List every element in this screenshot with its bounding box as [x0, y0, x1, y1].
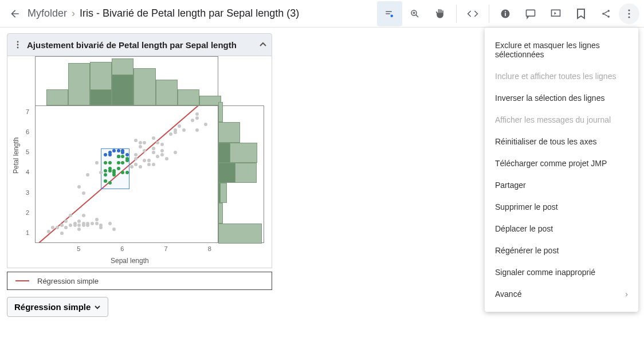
data-point[interactable]	[165, 157, 168, 160]
data-point[interactable]	[139, 145, 142, 148]
code-view[interactable]	[460, 1, 485, 26]
data-point[interactable]	[60, 232, 64, 235]
data-point[interactable]	[112, 228, 116, 231]
data-point[interactable]	[95, 222, 99, 225]
data-point[interactable]	[99, 171, 103, 174]
data-point[interactable]	[169, 132, 172, 136]
data-point[interactable]	[191, 119, 194, 122]
data-point[interactable]	[134, 157, 138, 160]
data-point[interactable]	[117, 149, 120, 152]
data-point[interactable]	[125, 157, 129, 160]
data-point[interactable]	[195, 116, 199, 120]
data-point[interactable]	[77, 224, 81, 227]
data-point[interactable]	[134, 139, 138, 142]
data-point[interactable]	[152, 151, 155, 154]
present-button[interactable]	[543, 1, 568, 26]
data-point[interactable]	[86, 222, 89, 225]
info-button[interactable]	[493, 1, 518, 26]
regression-dropdown[interactable]: Régression simple	[7, 297, 108, 317]
data-point[interactable]	[112, 169, 116, 173]
data-point[interactable]	[204, 123, 207, 126]
data-point[interactable]	[160, 153, 164, 156]
menu-item[interactable]: Exclure et masquer les lignes sélectionn…	[485, 34, 638, 65]
breadcrumb-folder[interactable]: Myfolder	[28, 7, 67, 19]
data-point[interactable]	[51, 226, 54, 229]
data-point[interactable]	[108, 161, 112, 164]
data-point[interactable]	[95, 218, 99, 221]
share-button[interactable]	[594, 1, 619, 26]
data-point[interactable]	[125, 153, 129, 156]
menu-item[interactable]: Partager	[485, 174, 638, 196]
menu-item[interactable]: Régénérer le post	[485, 240, 638, 261]
data-point[interactable]	[77, 185, 81, 189]
data-point[interactable]	[182, 128, 186, 132]
menu-item[interactable]: Inverser la sélection des lignes	[485, 87, 638, 109]
data-point[interactable]	[104, 169, 107, 173]
data-point[interactable]	[121, 155, 124, 158]
data-point[interactable]	[69, 214, 72, 217]
menu-item[interactable]: Avancé›	[485, 283, 638, 305]
menu-item[interactable]: Signaler comme inapproprié	[485, 261, 638, 283]
data-point[interactable]	[91, 222, 94, 225]
menu-item[interactable]: Réinitialiser de tous les axes	[485, 131, 638, 152]
data-point[interactable]	[82, 224, 85, 227]
data-point[interactable]	[95, 161, 99, 164]
scatter-plot[interactable]	[35, 105, 218, 243]
data-point[interactable]	[195, 112, 199, 116]
data-point[interactable]	[104, 173, 107, 177]
data-point[interactable]	[47, 230, 50, 233]
pan-tool[interactable]	[427, 1, 453, 26]
data-point[interactable]	[143, 141, 146, 144]
back-button[interactable]	[5, 3, 25, 24]
data-point[interactable]	[121, 161, 124, 164]
data-point[interactable]	[143, 149, 146, 152]
data-point[interactable]	[104, 153, 107, 156]
data-point[interactable]	[147, 163, 151, 166]
data-point[interactable]	[178, 124, 181, 128]
data-point[interactable]	[108, 153, 112, 156]
data-point[interactable]	[125, 171, 129, 174]
data-point[interactable]	[112, 149, 116, 152]
data-point[interactable]	[82, 191, 85, 195]
menu-item[interactable]: Supprimer le post	[485, 196, 638, 218]
data-point[interactable]	[139, 165, 142, 168]
data-point[interactable]	[99, 224, 103, 227]
data-point[interactable]	[139, 141, 142, 144]
menu-item[interactable]: Télécharger comme projet JMP	[485, 152, 638, 174]
data-point[interactable]	[117, 155, 120, 158]
data-point[interactable]	[152, 163, 155, 166]
data-point[interactable]	[64, 226, 68, 229]
data-point[interactable]	[117, 161, 120, 164]
data-point[interactable]	[174, 128, 177, 132]
comment-button[interactable]	[518, 1, 543, 26]
data-point[interactable]	[60, 224, 64, 227]
data-point[interactable]	[143, 159, 146, 162]
data-point[interactable]	[56, 226, 59, 229]
zoom-tool[interactable]	[402, 1, 427, 26]
data-point[interactable]	[195, 128, 199, 132]
data-point[interactable]	[82, 214, 85, 217]
data-point[interactable]	[156, 155, 159, 158]
data-point[interactable]	[174, 151, 177, 154]
data-point[interactable]	[121, 149, 124, 152]
data-point[interactable]	[104, 161, 107, 164]
data-point[interactable]	[160, 143, 164, 146]
pointer-tool[interactable]	[377, 1, 402, 26]
more-button[interactable]	[619, 3, 639, 24]
data-point[interactable]	[121, 171, 124, 174]
data-point[interactable]	[152, 147, 155, 150]
data-point[interactable]	[134, 163, 138, 166]
data-point[interactable]	[77, 220, 81, 223]
data-point[interactable]	[104, 179, 107, 183]
data-point[interactable]	[108, 167, 112, 170]
bookmark-button[interactable]	[568, 1, 594, 26]
data-point[interactable]	[130, 165, 133, 168]
data-point[interactable]	[86, 173, 89, 177]
data-point[interactable]	[160, 149, 164, 152]
data-point[interactable]	[108, 181, 112, 185]
menu-item[interactable]: Déplacer le post	[485, 218, 638, 240]
data-point[interactable]	[134, 153, 138, 156]
data-point[interactable]	[108, 222, 112, 225]
data-point[interactable]	[69, 224, 72, 227]
data-point[interactable]	[73, 224, 77, 227]
